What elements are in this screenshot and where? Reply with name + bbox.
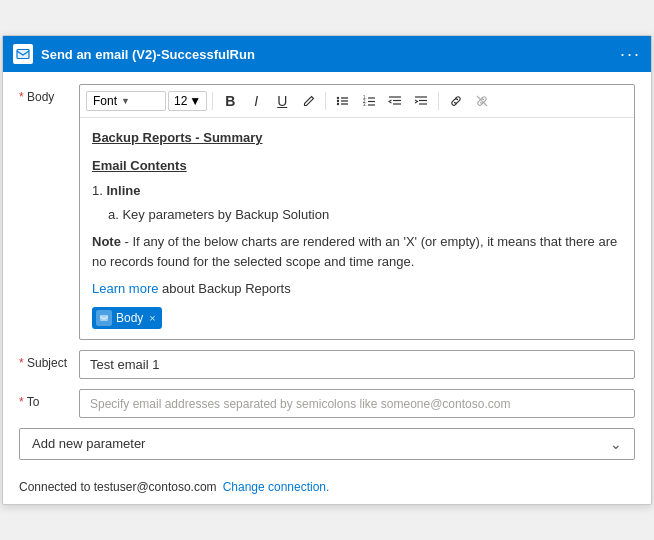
learn-more-link[interactable]: Learn more xyxy=(92,281,158,296)
list-label: Inline xyxy=(106,183,140,198)
italic-button[interactable]: I xyxy=(244,89,268,113)
token-label: Body xyxy=(116,309,143,327)
list-num: 1. xyxy=(92,183,106,198)
header-left: Send an email (V2)-SuccessfulRun xyxy=(13,44,255,64)
size-chevron-icon: ▼ xyxy=(189,94,201,108)
card-header: Send an email (V2)-SuccessfulRun ··· xyxy=(3,36,651,72)
add-param-chevron-icon: ⌄ xyxy=(610,436,622,452)
subject-row: * Subject xyxy=(19,350,635,379)
card-footer: Connected to testuser@contoso.com Change… xyxy=(3,474,651,504)
underline-button[interactable]: U xyxy=(270,89,294,113)
note-content: - If any of the below charts are rendere… xyxy=(92,234,617,269)
indent-decrease-button[interactable] xyxy=(383,89,407,113)
learn-more-suffix: about Backup Reports xyxy=(158,281,290,296)
header-title: Send an email (V2)-SuccessfulRun xyxy=(41,47,255,62)
link-button[interactable] xyxy=(444,89,468,113)
editor-toolbar: Font ▼ 12 ▼ B I U xyxy=(80,85,634,118)
editor-content[interactable]: Backup Reports - Summary Email Contents … xyxy=(80,118,634,339)
subject-control xyxy=(79,350,635,379)
note-bold: Note xyxy=(92,234,121,249)
toolbar-separator-1 xyxy=(212,92,213,110)
unlink-button[interactable] xyxy=(470,89,494,113)
editor-wrapper: Font ▼ 12 ▼ B I U xyxy=(79,84,635,340)
subject-input[interactable] xyxy=(79,350,635,379)
svg-rect-20 xyxy=(100,315,108,321)
email-title: Backup Reports - Summary xyxy=(92,128,622,148)
change-connection-link[interactable]: Change connection. xyxy=(223,480,330,494)
connection-status: Connected to testuser@contoso.com xyxy=(19,480,217,494)
to-input[interactable] xyxy=(79,389,635,418)
unordered-list-button[interactable] xyxy=(331,89,355,113)
add-param-row[interactable]: Add new parameter ⌄ xyxy=(19,428,635,460)
svg-text:3.: 3. xyxy=(363,102,367,107)
body-token[interactable]: Body × xyxy=(92,307,162,329)
toolbar-separator-3 xyxy=(438,92,439,110)
token-close-button[interactable]: × xyxy=(149,310,155,327)
to-control xyxy=(79,389,635,418)
svg-rect-0 xyxy=(17,50,29,59)
email-card: Send an email (V2)-SuccessfulRun ··· * B… xyxy=(2,35,652,505)
font-size-selector[interactable]: 12 ▼ xyxy=(168,91,207,111)
svg-point-2 xyxy=(337,100,339,102)
note-paragraph: Note - If any of the below charts are re… xyxy=(92,232,622,271)
token-icon xyxy=(96,310,112,326)
font-chevron-icon: ▼ xyxy=(121,96,130,106)
sub-item-1: a. Key parameters by Backup Solution xyxy=(92,205,622,225)
svg-point-3 xyxy=(337,103,339,105)
font-selector[interactable]: Font ▼ xyxy=(86,91,166,111)
list-item-1: 1. Inline xyxy=(92,181,622,201)
email-icon xyxy=(13,44,33,64)
add-param-label: Add new parameter xyxy=(32,436,145,451)
font-label: Font xyxy=(93,94,117,108)
pen-button[interactable] xyxy=(296,89,320,113)
ordered-list-button[interactable]: 1. 2. 3. xyxy=(357,89,381,113)
email-subtitle: Email Contents xyxy=(92,156,622,176)
learn-more-line: Learn more about Backup Reports xyxy=(92,279,622,299)
bold-button[interactable]: B xyxy=(218,89,242,113)
body-label: * Body xyxy=(19,84,79,104)
font-size-label: 12 xyxy=(174,94,187,108)
svg-point-1 xyxy=(337,97,339,99)
body-editor-wrapper: Font ▼ 12 ▼ B I U xyxy=(79,84,635,340)
to-row: * To xyxy=(19,389,635,418)
body-row: * Body Font ▼ 12 ▼ B xyxy=(19,84,635,340)
toolbar-separator-2 xyxy=(325,92,326,110)
card-body: * Body Font ▼ 12 ▼ B xyxy=(3,72,651,474)
subject-label: * Subject xyxy=(19,350,79,370)
to-label: * To xyxy=(19,389,79,409)
indent-increase-button[interactable] xyxy=(409,89,433,113)
header-more-button[interactable]: ··· xyxy=(620,44,641,65)
